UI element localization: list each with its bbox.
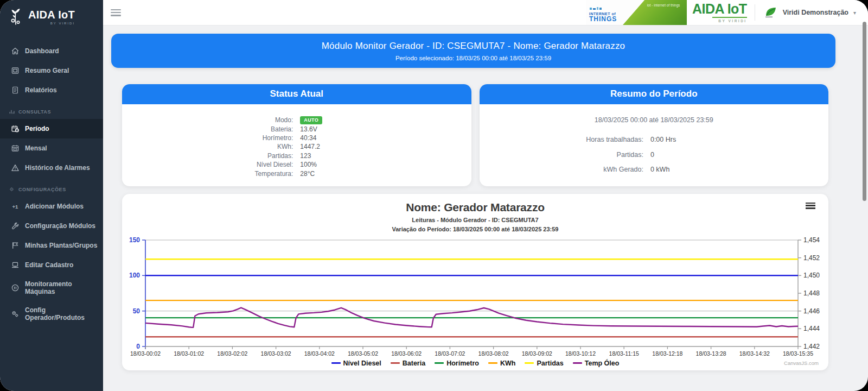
pause-circle-icon xyxy=(11,283,20,292)
iot-wordcloud-line2: THINGS xyxy=(589,16,617,22)
hamburger-menu-icon[interactable] xyxy=(111,9,121,16)
x-axis-label: 18/03-00:02 xyxy=(130,350,161,357)
chart-legend: Nível DieselBateriaHorímetroKWhPartidasT… xyxy=(122,360,828,367)
legend-dash-icon xyxy=(525,362,534,364)
legend-item-kwh[interactable]: KWh xyxy=(488,360,515,367)
sidebar-label: Config Operador/Produtos xyxy=(25,306,98,321)
sidebar-section-consultas: CONSULTAS xyxy=(0,100,103,119)
flag-icon xyxy=(11,241,20,250)
kv-value: 1447.2 xyxy=(300,143,471,151)
sidebar-item-editar-cadastro[interactable]: Editar Cadastro xyxy=(0,255,103,275)
kv-value: 0:00 Hrs xyxy=(650,136,828,144)
legend-label: Temp Óleo xyxy=(585,360,620,367)
status-card: Status Atual Modo:AUTOBateria:13.6VHorím… xyxy=(122,84,471,186)
x-axis-label: 18/03-10:12 xyxy=(565,350,596,357)
wrench-icon xyxy=(11,222,20,230)
sidebar-item-hist-rico-de-alarmes[interactable]: Histórico de Alarmes xyxy=(0,158,103,178)
sidebar-label: Período xyxy=(25,125,49,133)
legend-item-partidas[interactable]: Partidas xyxy=(525,360,563,367)
kv-row: Partidas:0 xyxy=(480,151,829,160)
kv-value: AUTO xyxy=(300,116,471,124)
chevron-down-icon: ▾ xyxy=(853,10,856,16)
sidebar-label: Adicionar Módulos xyxy=(25,203,84,210)
kv-value: 28°C xyxy=(300,170,471,178)
legend-item-temp-leo[interactable]: Temp Óleo xyxy=(573,360,620,367)
module-banner-title: Módulo Monitor Gerador - ID: CSEGMUTA7 -… xyxy=(117,41,830,52)
kv-label: Bateria: xyxy=(122,125,293,134)
y-axis-left-label: 50 xyxy=(133,307,141,314)
module-banner-subtitle: Período selecionado: 18/03/25 00:00 até … xyxy=(117,55,830,61)
bar-chart-icon xyxy=(9,109,15,115)
chart-card: Nome: Gerador Matarazzo Leituras - Módul… xyxy=(122,194,828,370)
sidebar-item-mensal[interactable]: Mensal xyxy=(0,138,103,158)
sidebar-label: Dashboard xyxy=(25,47,59,55)
kv-label: KWh: xyxy=(122,143,293,151)
sidebar-logo-title: AIDA IoT xyxy=(28,9,75,20)
chart-subtitle-2: Variação do Período: 18/03/2025 00:00 at… xyxy=(122,226,828,232)
summary-cards-row: Status Atual Modo:AUTOBateria:13.6VHorím… xyxy=(122,84,828,186)
x-axis-label: 18/03-11:15 xyxy=(609,350,639,357)
kv-label: Nível Diesel: xyxy=(122,161,293,169)
iot-wordcloud: INTERNET of THINGS xyxy=(589,3,617,22)
sidebar-item-configura-o-m-dulos[interactable]: Configuração Módulos xyxy=(0,216,103,236)
vertical-scrollbar-thumb[interactable] xyxy=(863,22,866,201)
x-axis-label: 18/03-12:18 xyxy=(652,350,682,357)
legend-dash-icon xyxy=(435,362,444,364)
sidebar-item-monitoramento-m-quinas[interactable]: Monitoramento Máquinas xyxy=(0,275,103,301)
kv-row: Nível Diesel:100% xyxy=(122,161,471,169)
module-banner: Módulo Monitor Gerador - ID: CSEGMUTA7 -… xyxy=(111,34,835,68)
sidebar-item-resumo-geral[interactable]: Resumo Geral xyxy=(0,61,103,80)
kv-row: Horímetro:40:34 xyxy=(122,134,471,142)
iot-dots-decoration xyxy=(589,3,617,12)
sidebar-label: CONFIGURAÇÕES xyxy=(18,187,66,192)
laptop-icon xyxy=(11,261,20,269)
sidebar-label: CONSULTAS xyxy=(18,109,51,115)
period-range-text: 18/03/2025 00:00 até 18/03/2025 23:59 xyxy=(480,116,829,124)
x-axis-label: 18/03-05:02 xyxy=(348,350,378,357)
kv-row: KWh:1447.2 xyxy=(122,143,471,151)
sidebar-item-dashboard[interactable]: Dashboard xyxy=(0,41,103,61)
kv-row: kWh Gerado:0 kWh xyxy=(480,166,829,174)
chart-title: Nome: Gerador Matarazzo xyxy=(122,201,828,214)
legend-dash-icon xyxy=(331,362,341,364)
kv-value: 40:34 xyxy=(300,134,471,142)
x-axis-label: 18/03-08:02 xyxy=(478,350,509,357)
kv-value: 100% xyxy=(300,161,471,169)
legend-item-n-vel-diesel[interactable]: Nível Diesel xyxy=(331,360,381,367)
svg-text:+1: +1 xyxy=(12,204,19,210)
gear-icon xyxy=(9,186,15,192)
aida-logo-text: AIDA IoT xyxy=(692,2,747,16)
app-window: AIDA IoT BY VIRIDI DashboardResumo Geral… xyxy=(0,0,868,391)
sidebar-item-adicionar-m-dulos[interactable]: +1Adicionar Módulos xyxy=(0,197,103,216)
sidebar-logo-subtitle: BY VIRIDI xyxy=(28,22,75,25)
warning-icon xyxy=(11,163,20,172)
y-axis-right-label: 1,444 xyxy=(803,325,820,332)
sidebar-label: Monitoramento Máquinas xyxy=(25,280,98,295)
main-content: Módulo Monitor Gerador - ID: CSEGMUTA7 -… xyxy=(103,26,868,391)
kv-label: Partidas: xyxy=(480,151,643,160)
x-axis-label: 18/03-01:02 xyxy=(174,350,204,357)
kv-value: 123 xyxy=(300,152,471,160)
x-axis-label: 18/03-13:28 xyxy=(696,350,726,357)
y-axis-right-label: 1,450 xyxy=(803,272,820,279)
kv-row: Partidas:123 xyxy=(122,152,471,160)
y-axis-right-label: 1,446 xyxy=(803,307,820,314)
legend-item-bateria[interactable]: Bateria xyxy=(391,360,425,367)
legend-label: Horímetro xyxy=(446,360,479,367)
top-header: INTERNET of THINGS iot - internet of thi… xyxy=(103,0,868,26)
kv-value: 0 xyxy=(650,151,828,160)
add-module-icon: +1 xyxy=(11,202,20,211)
user-menu[interactable]: Viridi Demonstração ▾ xyxy=(755,6,868,19)
chart-menu-icon[interactable] xyxy=(806,203,815,211)
sidebar-item-config-operador-produtos[interactable]: Config Operador/Produtos xyxy=(0,301,103,327)
x-axis-label: 18/03-14:32 xyxy=(739,350,770,357)
y-axis-right-label: 1,454 xyxy=(803,236,820,244)
sidebar-item-relat-rios[interactable]: Relatórios xyxy=(0,80,103,100)
sidebar-item-per-odo[interactable]: Período xyxy=(0,119,103,138)
kv-label: Partidas: xyxy=(122,152,293,160)
status-card-title: Status Atual xyxy=(122,84,471,104)
legend-item-hor-metro[interactable]: Horímetro xyxy=(435,360,479,367)
sidebar-label: Editar Cadastro xyxy=(25,261,73,269)
gears-icon xyxy=(11,310,20,318)
sidebar-item-minhas-plantas-grupos[interactable]: Minhas Plantas/Grupos xyxy=(0,236,103,255)
